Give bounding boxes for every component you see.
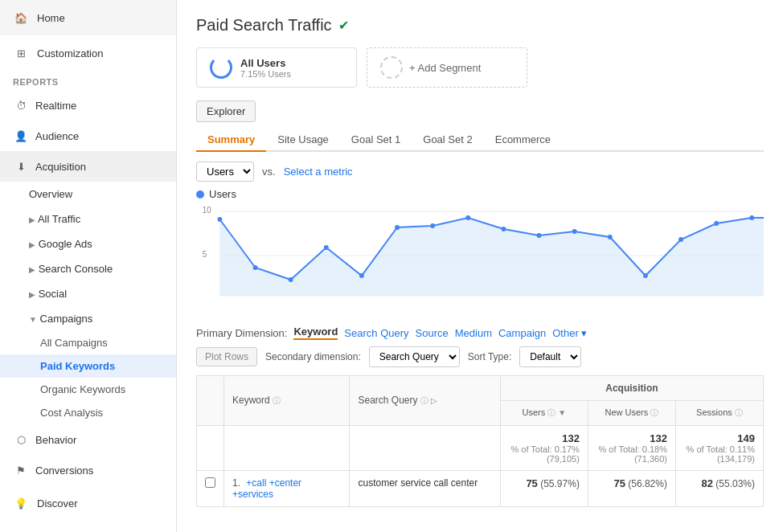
chart-legend: Users [196, 188, 764, 200]
sessions-info-icon[interactable]: ⓘ [735, 408, 743, 417]
svg-point-6 [217, 217, 222, 222]
sidebar-realtime-label: Realtime [35, 100, 76, 112]
add-segment-circle [380, 56, 403, 79]
sidebar-home-label: Home [37, 12, 65, 24]
row-checkbox-cell[interactable] [197, 471, 224, 507]
sidebar-sub-search-console[interactable]: ▶ Search Console [0, 256, 176, 281]
sidebar-audience-label: Audience [35, 130, 79, 142]
legend-label: Users [209, 188, 236, 200]
users-sort-arrow[interactable]: ▼ [558, 408, 566, 417]
sidebar-item-discover[interactable]: 💡 Discover [0, 485, 176, 521]
sidebar-item-admin[interactable]: ⚙ Admin [0, 521, 176, 532]
dim-campaign[interactable]: Campaign [498, 327, 546, 339]
sidebar-item-realtime[interactable]: ⏱ Realtime [0, 90, 176, 121]
row-search-query-cell: customer service call center [350, 471, 500, 507]
page-title: Paid Search Traffic [196, 16, 332, 35]
sidebar-sub-social[interactable]: ▶ Social [0, 281, 176, 306]
explorer-button[interactable]: Explorer [196, 100, 256, 122]
dim-other[interactable]: Other ▾ [552, 327, 587, 339]
svg-point-11 [395, 225, 400, 230]
row-checkbox[interactable] [205, 477, 215, 488]
totals-keyword-cell [224, 426, 350, 471]
sidebar-item-conversions[interactable]: ⚑ Conversions [0, 455, 176, 485]
verified-icon: ✔ [338, 18, 349, 33]
svg-point-18 [643, 273, 648, 278]
tab-goal-set-2[interactable]: Goal Set 2 [412, 129, 483, 152]
svg-point-14 [501, 227, 506, 231]
sidebar-item-customization[interactable]: ⊞ Customization [0, 35, 176, 71]
vs-text: vs. [262, 166, 276, 178]
th-search-query: Search Query ⓘ ▷ [350, 376, 500, 426]
add-segment-box[interactable]: + Add Segment [367, 47, 527, 88]
svg-point-16 [572, 229, 577, 234]
all-users-segment[interactable]: All Users 7.15% Users [196, 47, 357, 88]
svg-point-20 [714, 221, 719, 226]
row-keyword-cell: 1. +call +center +services [224, 471, 350, 507]
sub-tabs: Summary Site Usage Goal Set 1 Goal Set 2… [196, 129, 764, 152]
add-segment-label: + Add Segment [409, 62, 481, 74]
row-new-users-cell: 75 (56.82%) [588, 471, 675, 507]
tab-site-usage[interactable]: Site Usage [266, 129, 340, 152]
primary-dim-label: Primary Dimension: [196, 327, 287, 339]
sidebar-sub-paid-keywords[interactable]: Paid Keywords [0, 354, 176, 378]
dim-keyword[interactable]: Keyword [293, 325, 338, 340]
chart-svg: 10 5 M [196, 203, 764, 300]
sidebar-acquisition-label: Acquisition [35, 161, 86, 173]
sidebar-item-acquisition[interactable]: ⬇ Acquisition [0, 151, 176, 182]
svg-point-19 [678, 237, 683, 242]
keyword-info-icon[interactable]: ⓘ [273, 396, 281, 405]
segment-circle [210, 56, 232, 79]
select-metric-link[interactable]: Select a metric [284, 166, 353, 178]
main-content: Paid Search Traffic ✔ All Users 7.15% Us… [177, 0, 783, 532]
clock-icon: ⏱ [13, 97, 29, 113]
sidebar-sub-organic-keywords[interactable]: Organic Keywords [0, 378, 176, 401]
svg-point-10 [359, 273, 364, 278]
sidebar-sub-campaigns[interactable]: ▼ Campaigns [0, 306, 176, 331]
tab-goal-set-1[interactable]: Goal Set 1 [340, 129, 412, 152]
row-users-cell: 75 (55.97%) [500, 471, 588, 507]
sidebar-sub-all-campaigns[interactable]: All Campaigns [0, 331, 176, 354]
svg-text:5: 5 [203, 250, 207, 259]
totals-checkbox-cell [197, 426, 224, 471]
th-users: Users ⓘ ▼ [500, 401, 588, 426]
sidebar-sub-overview[interactable]: Overview [0, 182, 176, 207]
sort-type-label: Sort Type: [468, 351, 511, 362]
svg-point-17 [608, 235, 613, 239]
secondary-dim-select[interactable]: Search Query [369, 346, 460, 367]
segment-sub: 7.15% Users [240, 69, 291, 79]
th-checkbox [197, 376, 224, 426]
search-query-info-icon[interactable]: ⓘ [420, 396, 428, 405]
svg-point-13 [465, 215, 470, 220]
users-info-icon[interactable]: ⓘ [547, 408, 555, 417]
svg-point-21 [749, 215, 754, 220]
tab-summary[interactable]: Summary [196, 129, 266, 152]
th-sessions: Sessions ⓘ [675, 401, 763, 426]
svg-point-12 [430, 223, 435, 228]
dim-medium[interactable]: Medium [455, 327, 492, 339]
sidebar-item-home[interactable]: 🏠 Home [0, 0, 176, 35]
th-keyword: Keyword ⓘ [224, 376, 350, 426]
new-users-info-icon[interactable]: ⓘ [650, 408, 658, 417]
dim-source[interactable]: Source [416, 327, 449, 339]
dim-search-query[interactable]: Search Query [344, 327, 408, 339]
table-row: 1. +call +center +services customer serv… [197, 471, 764, 507]
home-icon: 🏠 [13, 10, 29, 26]
totals-users-cell: 132 % of Total: 0.17% (79,105) [500, 426, 588, 471]
sort-type-select[interactable]: Default [519, 346, 581, 367]
metric-select[interactable]: Users [196, 162, 254, 182]
sidebar-item-behavior[interactable]: ⬡ Behavior [0, 424, 176, 455]
keyword-link[interactable]: +call +center +services [232, 477, 301, 500]
sidebar-sub-cost-analysis[interactable]: Cost Analysis [0, 401, 176, 424]
segment-name: All Users [240, 57, 291, 69]
svg-point-8 [289, 277, 293, 282]
th-new-users: New Users ⓘ [588, 401, 675, 426]
sidebar-sub-google-ads[interactable]: ▶ Google Ads [0, 231, 176, 256]
sidebar-item-audience[interactable]: 👤 Audience [0, 121, 176, 151]
row-sessions-cell: 82 (55.03%) [675, 471, 763, 507]
segment-text: All Users 7.15% Users [240, 57, 291, 79]
table-controls: Plot Rows Secondary dimension: Search Qu… [196, 346, 764, 367]
tab-ecommerce[interactable]: Ecommerce [484, 129, 562, 152]
totals-row: 132 % of Total: 0.17% (79,105) 132 % of … [197, 426, 764, 471]
sidebar-sub-all-traffic[interactable]: ▶ All Traffic [0, 207, 176, 231]
segments-bar: All Users 7.15% Users + Add Segment [196, 47, 764, 88]
